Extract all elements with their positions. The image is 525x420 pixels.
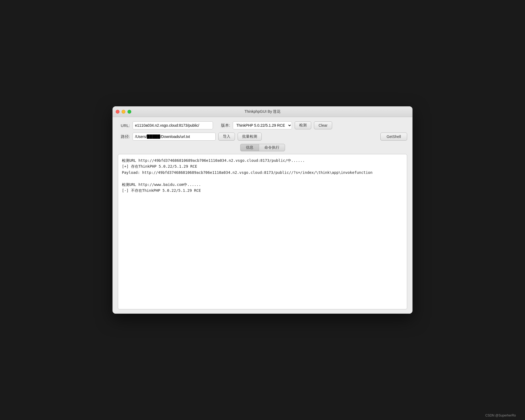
- path-label: 路径:: [118, 134, 130, 139]
- version-label: 版本:: [221, 123, 230, 128]
- maximize-button[interactable]: [128, 110, 131, 114]
- path-row: 路径: 导入 批量检测 GetShell: [118, 133, 407, 141]
- url-input[interactable]: [133, 121, 213, 129]
- path-input[interactable]: [133, 133, 216, 141]
- output-area: 检测URL http://49bfd374686810689acb706e111…: [118, 154, 407, 309]
- titlebar: ThinkphpGUI By 莲花: [112, 106, 412, 117]
- tab-bar: 信息 命令执行: [118, 144, 407, 151]
- tab-cmd[interactable]: 命令执行: [259, 144, 285, 151]
- url-row: URL: 版本: ThinkPHP 5.0.22/5.1.29 RCE Thin…: [118, 121, 407, 129]
- window-title: ThinkphpGUI By 莲花: [245, 109, 281, 114]
- main-window: ThinkphpGUI By 莲花 URL: 版本: ThinkPHP 5.0.…: [112, 106, 412, 314]
- content-area: URL: 版本: ThinkPHP 5.0.22/5.1.29 RCE Thin…: [112, 117, 412, 314]
- import-button[interactable]: 导入: [218, 133, 235, 141]
- tab-info[interactable]: 信息: [240, 144, 259, 151]
- getshell-button[interactable]: GetShell: [380, 133, 407, 141]
- url-label: URL:: [118, 123, 130, 128]
- close-button[interactable]: [116, 110, 119, 114]
- clear-button[interactable]: Clear: [314, 121, 332, 129]
- footer-note: CSDN @SuperherRo: [485, 414, 517, 417]
- detect-button[interactable]: 检测: [295, 121, 311, 129]
- output-text: 检测URL http://49bfd374686810689acb706e111…: [122, 158, 403, 193]
- traffic-lights: [116, 110, 131, 114]
- batch-detect-button[interactable]: 批量检测: [238, 133, 262, 141]
- version-select[interactable]: ThinkPHP 5.0.22/5.1.29 RCE ThinkPHP 5.0.…: [233, 121, 292, 129]
- minimize-button[interactable]: [122, 110, 125, 114]
